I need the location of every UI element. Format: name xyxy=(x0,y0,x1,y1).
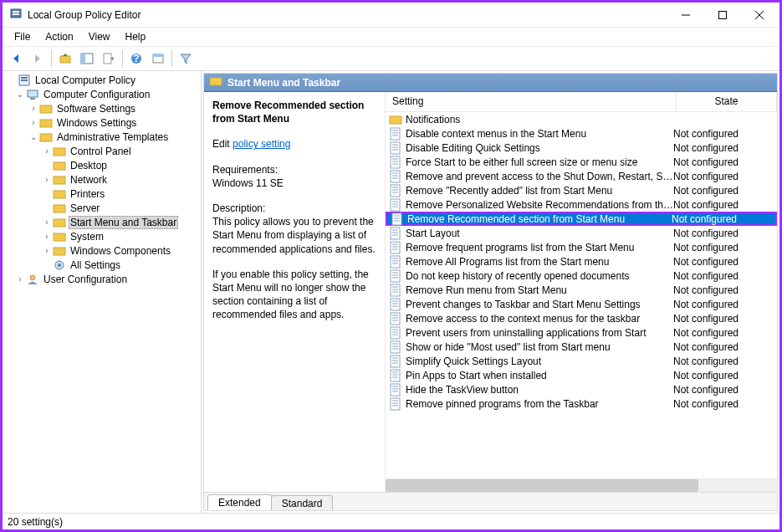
menu-view[interactable]: View xyxy=(82,29,117,44)
list-row[interactable]: Show or hide "Most used" list from Start… xyxy=(386,340,777,354)
requirements-value: Windows 11 SE xyxy=(212,176,376,190)
svg-rect-96 xyxy=(391,341,400,353)
list-row[interactable]: Do not keep history of recently opened d… xyxy=(386,269,777,283)
tree-network[interactable]: ›Network xyxy=(4,172,201,187)
setting-state: Not configured xyxy=(673,228,774,239)
horizontal-scrollbar[interactable] xyxy=(386,478,777,492)
policy-icon xyxy=(389,326,402,340)
svg-rect-30 xyxy=(54,248,65,255)
column-setting[interactable]: Setting xyxy=(386,92,677,111)
policy-icon xyxy=(391,212,404,226)
tree-control-panel[interactable]: ›Control Panel xyxy=(4,144,201,158)
close-button[interactable] xyxy=(741,3,778,27)
tree-server[interactable]: Server xyxy=(4,201,201,215)
list-row[interactable]: Notifications xyxy=(386,112,777,126)
tree-computer-configuration[interactable]: ⌄Computer Configuration xyxy=(4,87,201,101)
svg-rect-29 xyxy=(54,233,65,241)
tab-standard[interactable]: Standard xyxy=(271,495,334,511)
description-more: If you enable this policy setting, the S… xyxy=(212,268,376,322)
tree-administrative-templates[interactable]: ⌄Administrative Templates xyxy=(4,130,201,144)
list-row[interactable]: Remove All Programs list from the Start … xyxy=(386,254,777,269)
up-button[interactable] xyxy=(55,49,75,69)
svg-rect-108 xyxy=(391,384,400,396)
tree-software-settings[interactable]: ›Software Settings xyxy=(4,101,201,115)
scrollbar-thumb[interactable] xyxy=(386,479,698,492)
svg-rect-20 xyxy=(40,105,52,113)
svg-rect-80 xyxy=(391,284,400,296)
list-row[interactable]: Remove access to the context menus for t… xyxy=(386,311,777,325)
forward-button[interactable] xyxy=(28,49,48,69)
list-row[interactable]: Prevent changes to Taskbar and Start Men… xyxy=(386,297,777,311)
setting-name: Notifications xyxy=(406,114,673,125)
svg-rect-76 xyxy=(391,270,400,282)
maximize-button[interactable] xyxy=(704,3,741,27)
tree-user-configuration[interactable]: ›User Configuration xyxy=(4,272,201,286)
list-header: Setting State xyxy=(386,92,777,112)
list-row[interactable]: Remove Recommended section from Start Me… xyxy=(386,212,777,226)
help-button[interactable]: ? xyxy=(126,49,146,69)
list-row[interactable]: Disable context menus in the Start MenuN… xyxy=(386,126,777,141)
svg-rect-112 xyxy=(391,398,400,410)
setting-name: Pin Apps to Start when installed xyxy=(406,370,673,381)
column-state[interactable]: State xyxy=(677,92,777,111)
list-row[interactable]: Remove "Recently added" list from Start … xyxy=(386,183,777,197)
svg-rect-35 xyxy=(390,116,401,124)
show-hide-tree-button[interactable] xyxy=(77,49,97,69)
user-icon xyxy=(26,273,39,286)
list-row[interactable]: Prevent users from uninstalling applicat… xyxy=(386,325,777,340)
list-row[interactable]: Force Start to be either full screen siz… xyxy=(386,155,777,169)
detail-pane: Start Menu and Taskbar Remove Recommende… xyxy=(203,73,778,511)
list-row[interactable]: Remove frequent programs list from the S… xyxy=(386,240,777,254)
back-button[interactable] xyxy=(6,49,26,69)
svg-rect-88 xyxy=(391,313,400,325)
folder-icon xyxy=(53,173,66,187)
svg-rect-16 xyxy=(21,77,28,79)
tab-extended[interactable]: Extended xyxy=(207,494,272,510)
tree-windows-components[interactable]: ›Windows Components xyxy=(4,243,201,258)
list-row[interactable]: Remove Personalized Website Recommendati… xyxy=(386,197,777,212)
edit-policy-link[interactable]: policy setting xyxy=(233,138,290,150)
list-row[interactable]: Disable Editing Quick SettingsNot config… xyxy=(386,141,777,155)
setting-state: Not configured xyxy=(673,327,774,339)
list-row[interactable]: Simplify Quick Settings LayoutNot config… xyxy=(386,354,777,368)
menu-help[interactable]: Help xyxy=(119,29,153,44)
status-text: 20 setting(s) xyxy=(8,516,63,528)
setting-state: Not configured xyxy=(673,299,774,310)
filter-button[interactable] xyxy=(176,49,196,69)
setting-state: Not configured xyxy=(673,171,774,182)
menu-action[interactable]: Action xyxy=(38,29,79,44)
folder-icon xyxy=(53,159,66,172)
svg-rect-56 xyxy=(391,199,400,211)
minimize-button[interactable] xyxy=(667,3,704,27)
list-row[interactable]: Pin Apps to Start when installedNot conf… xyxy=(386,368,777,382)
setting-name: Show or hide "Most used" list from Start… xyxy=(406,341,673,353)
separator xyxy=(171,50,172,67)
policy-icon xyxy=(389,127,402,141)
folder-icon xyxy=(209,74,222,90)
tree-root[interactable]: Local Computer Policy xyxy=(4,73,201,87)
list-scroll[interactable]: NotificationsDisable context menus in th… xyxy=(386,112,777,478)
tab-strip: Extended Standard xyxy=(204,492,777,510)
properties-button[interactable] xyxy=(148,49,168,69)
setting-state: Not configured xyxy=(673,313,774,325)
setting-name: Hide the TaskView button xyxy=(406,384,673,396)
list-row[interactable]: Start LayoutNot configured xyxy=(386,226,777,240)
list-row[interactable]: Hide the TaskView buttonNot configured xyxy=(386,382,777,396)
list-row[interactable]: Remove pinned programs from the TaskbarN… xyxy=(386,396,777,411)
tree-all-settings[interactable]: All Settings xyxy=(4,258,201,272)
folder-icon xyxy=(53,187,66,201)
tree-start-menu-taskbar[interactable]: ›Start Menu and Taskbar xyxy=(4,215,201,229)
tree-pane[interactable]: Local Computer Policy ⌄Computer Configur… xyxy=(3,71,202,513)
policy-icon xyxy=(389,383,402,396)
list-row[interactable]: Remove Run menu from Start MenuNot confi… xyxy=(386,283,777,297)
tree-system[interactable]: ›System xyxy=(4,229,201,243)
export-button[interactable] xyxy=(99,49,119,69)
list-row[interactable]: Remove and prevent access to the Shut Do… xyxy=(386,169,777,183)
svg-rect-27 xyxy=(54,205,65,212)
svg-rect-44 xyxy=(391,156,400,168)
policy-icon xyxy=(389,369,402,382)
tree-desktop[interactable]: Desktop xyxy=(4,158,201,172)
menu-file[interactable]: File xyxy=(8,29,37,44)
tree-printers[interactable]: Printers xyxy=(4,187,201,201)
tree-windows-settings[interactable]: ›Windows Settings xyxy=(4,115,201,130)
